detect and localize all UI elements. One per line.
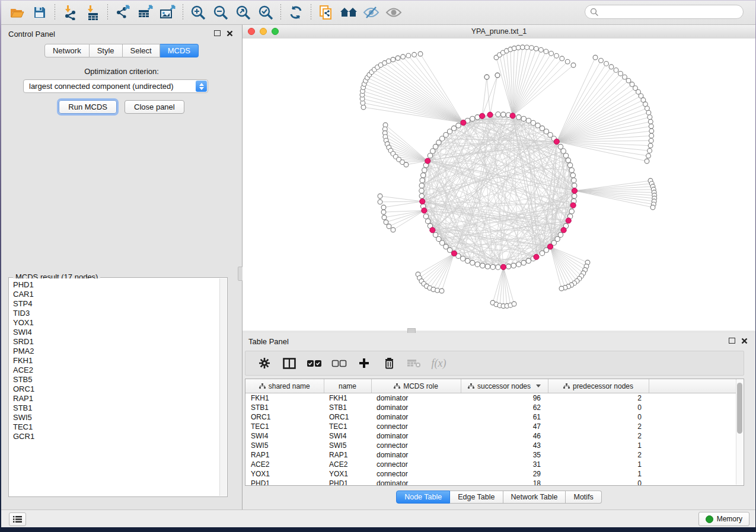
task-history-button[interactable] — [9, 512, 26, 526]
table-cell[interactable]: SWI5 — [245, 441, 324, 450]
mcds-result-item[interactable]: TEC1 — [13, 422, 220, 432]
table-cell[interactable]: 2 — [548, 431, 649, 441]
table-cell[interactable]: TEC1 — [324, 422, 371, 431]
network-window-titlebar[interactable]: YPA_prune.txt_1 — [243, 25, 755, 39]
mcds-result-item[interactable]: PHD1 — [13, 280, 220, 290]
open-session-button[interactable] — [6, 4, 28, 21]
table-cell[interactable]: dominator — [371, 431, 461, 441]
table-cell[interactable]: 62 — [461, 403, 548, 412]
close-window-icon[interactable] — [248, 28, 255, 35]
mcds-result-item[interactable]: TID3 — [13, 309, 220, 318]
mcds-result-item[interactable]: STB5 — [13, 375, 220, 384]
table-cell[interactable]: ORC1 — [245, 412, 324, 422]
tab-style[interactable]: Style — [90, 44, 123, 57]
delete-column-button[interactable] — [379, 355, 398, 371]
mcds-result-item[interactable]: ORC1 — [13, 384, 220, 394]
table-cell[interactable]: ORC1 — [324, 412, 371, 422]
table-cell[interactable]: 96 — [461, 393, 548, 403]
table-row[interactable]: ORC1ORC1dominator610 — [245, 412, 736, 422]
table-cell[interactable]: 0 — [548, 479, 649, 486]
new-network-from-selection-button[interactable] — [315, 4, 337, 21]
first-neighbors-button[interactable] — [337, 4, 360, 21]
table-cell[interactable]: 0 — [548, 412, 649, 422]
table-cell[interactable]: connector — [371, 460, 461, 469]
maximize-window-icon[interactable] — [272, 28, 279, 35]
table-cell[interactable]: 1 — [548, 460, 649, 469]
criterion-select[interactable]: largest connected component (undirected) — [23, 79, 208, 93]
table-row[interactable]: PHD1PHD1dominator180 — [245, 479, 736, 486]
tab-mcds[interactable]: MCDS — [160, 44, 199, 57]
mcds-result-item[interactable]: STP4 — [13, 299, 220, 309]
mcds-result-item[interactable]: SRD1 — [13, 337, 220, 347]
run-mcds-button[interactable]: Run MCDS — [59, 100, 117, 114]
mcds-result-item[interactable]: YOX1 — [13, 318, 220, 328]
minimize-window-icon[interactable] — [260, 28, 267, 35]
table-cell[interactable]: 2 — [548, 422, 649, 431]
export-network-button[interactable] — [111, 4, 134, 21]
tab-network[interactable]: Network — [44, 44, 90, 57]
zoom-in-button[interactable] — [187, 4, 209, 21]
show-details-button[interactable] — [382, 4, 405, 21]
apply-layout-button[interactable] — [285, 4, 307, 21]
import-network-button[interactable] — [59, 4, 81, 21]
table-cell[interactable]: connector — [371, 422, 461, 431]
table-cell[interactable]: connector — [371, 469, 461, 479]
table-row[interactable]: FKH1FKH1dominator962 — [245, 393, 736, 403]
mcds-result-item[interactable]: ACE2 — [13, 366, 220, 375]
mcds-list-scrollbar[interactable] — [219, 278, 227, 496]
save-session-button[interactable] — [28, 4, 51, 21]
table-cell[interactable]: connector — [371, 441, 461, 450]
table-cell[interactable]: TEC1 — [245, 422, 324, 431]
zoom-selected-button[interactable] — [254, 4, 277, 21]
table-cell[interactable]: dominator — [371, 403, 461, 412]
table-cell[interactable]: STB1 — [324, 403, 371, 412]
column-header-mcds-role[interactable]: MCDS role — [371, 379, 461, 393]
table-cell[interactable]: RAP1 — [245, 450, 324, 460]
table-row[interactable]: RAP1RAP1dominator352 — [245, 450, 736, 460]
tab-edge-table[interactable]: Edge Table — [450, 491, 503, 504]
export-image-button[interactable] — [157, 4, 179, 21]
float-panel-icon[interactable] — [214, 30, 221, 36]
table-row[interactable]: STB1STB1dominator620 — [245, 403, 736, 412]
tab-node-table[interactable]: Node Table — [396, 491, 450, 504]
close-panel-button[interactable]: Close panel — [125, 100, 184, 114]
table-row[interactable]: ACE2ACE2connector311 — [245, 460, 736, 469]
mcds-result-item[interactable]: CAR1 — [13, 290, 220, 299]
memory-button[interactable]: Memory — [698, 512, 749, 526]
close-panel-icon[interactable] — [227, 30, 233, 37]
table-cell[interactable]: 35 — [461, 450, 548, 460]
table-cell[interactable]: 47 — [461, 422, 548, 431]
table-row[interactable]: YOX1YOX1connector291 — [245, 469, 736, 479]
table-cell[interactable]: FKH1 — [245, 393, 324, 403]
table-cell[interactable]: dominator — [371, 393, 461, 403]
mcds-result-item[interactable]: STB1 — [13, 403, 220, 413]
mcds-result-list[interactable]: PHD1CAR1STP4TID3YOX1SWI4SRD1PMA2FKH1ACE2… — [9, 278, 220, 496]
table-cell[interactable]: STB1 — [245, 403, 324, 412]
export-table-button[interactable] — [134, 4, 157, 21]
tab-network-table[interactable]: Network Table — [503, 491, 566, 504]
column-header-predecessor-nodes[interactable]: predecessor nodes — [548, 379, 649, 393]
tab-motifs[interactable]: Motifs — [566, 491, 601, 504]
import-table-button[interactable] — [81, 4, 104, 21]
tab-select[interactable]: Select — [123, 44, 160, 57]
table-cell[interactable]: 46 — [461, 431, 548, 441]
table-cell[interactable]: SWI5 — [324, 441, 371, 450]
function-builder-button[interactable]: f(x) — [429, 355, 448, 371]
table-cell[interactable]: dominator — [371, 479, 461, 486]
table-cell[interactable]: RAP1 — [324, 450, 371, 460]
table-cell[interactable]: ACE2 — [245, 460, 324, 469]
table-row[interactable]: SWI4SWI4dominator462 — [245, 431, 736, 441]
zoom-out-button[interactable] — [209, 4, 232, 21]
table-cell[interactable]: 43 — [461, 441, 548, 450]
table-cell[interactable]: FKH1 — [324, 393, 371, 403]
table-row[interactable]: SWI5SWI5connector431 — [245, 441, 736, 450]
table-cell[interactable]: YOX1 — [245, 469, 324, 479]
table-scrollbar-thumb[interactable] — [737, 383, 742, 434]
hide-details-button[interactable] — [360, 4, 382, 21]
table-cell[interactable]: ACE2 — [324, 460, 371, 469]
table-cell[interactable]: PHD1 — [245, 479, 324, 486]
table-cell[interactable]: 1 — [548, 469, 649, 479]
table-row[interactable]: TEC1TEC1connector472 — [245, 422, 736, 431]
table-scrollbar[interactable] — [736, 380, 743, 485]
network-canvas[interactable] — [243, 39, 755, 331]
